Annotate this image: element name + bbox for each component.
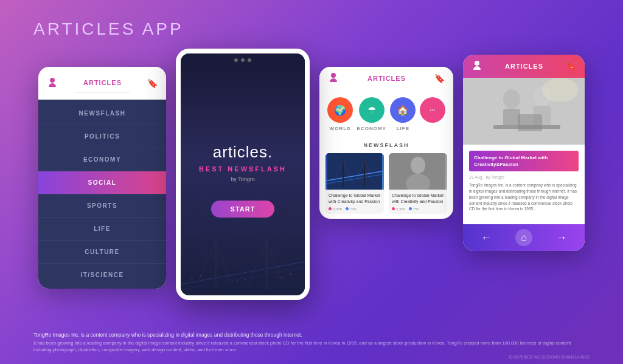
svg-point-13 (245, 279, 246, 280)
phone2-by-label: by Tongro (199, 176, 287, 182)
phone4-user-icon (472, 61, 482, 72)
news-cards-row: Challenge to Global Market with Creativi… (325, 153, 447, 214)
nav-item-life[interactable]: LIFE (38, 218, 166, 241)
phone3-categories: ARTICLES 🔖 🌍 WORLD ☂ ECONOMY 🏠 LIFE ··· … (319, 67, 453, 219)
footer-line2: It has been growing into a leading compa… (33, 340, 590, 353)
phone2-best-label: BEST NEWSFLASH (199, 165, 287, 173)
phone4-article-content: Challenge to Global Market with Creativi… (463, 145, 585, 224)
svg-point-27 (503, 89, 520, 109)
news-card-2-stats: 2,358 750 (392, 207, 444, 211)
back-button[interactable]: ← (481, 232, 492, 244)
bookmark-icon: 🔖 (147, 78, 158, 88)
svg-rect-3 (265, 239, 268, 289)
likes-dot-2 (409, 207, 412, 210)
views-stat-2: 2,358 (392, 207, 405, 211)
likes-count-1: 750 (350, 207, 356, 211)
news-card-1-image (325, 153, 384, 190)
likes-count-2: 750 (413, 207, 419, 211)
nav-item-sports[interactable]: SPORTS (38, 194, 166, 218)
svg-point-33 (542, 78, 579, 102)
dot3 (248, 58, 251, 62)
likes-dot-1 (346, 207, 349, 210)
phone3-title: ARTICLES (367, 75, 406, 82)
watermark: ID:26785037 NO:202004072006421400B2 (509, 355, 590, 359)
likes-stat-1: 750 (346, 207, 356, 211)
category-economy[interactable]: ☂ ECONOMY (357, 97, 386, 131)
phone3-category-row: 🌍 WORLD ☂ ECONOMY 🏠 LIFE ··· (319, 90, 453, 137)
svg-line-5 (215, 242, 231, 284)
phone4-user-body (473, 66, 481, 70)
svg-point-9 (200, 275, 201, 276)
news-card-2[interactable]: Challenge to Global Market with Creativi… (389, 153, 447, 214)
phone2-text-block: articles. BEST NEWSFLASH by Tongro START (199, 143, 287, 218)
phone4-title: ARTICLES (505, 63, 543, 70)
svg-line-6 (248, 242, 266, 284)
economy-label: ECONOMY (357, 126, 386, 131)
svg-point-8 (192, 278, 193, 279)
phone2-content: articles. BEST NEWSFLASH by Tongro START (181, 64, 305, 295)
likes-stat-2: 750 (409, 207, 419, 211)
app-title: ARTICLES APP (33, 19, 184, 39)
phone1-navigation: ARTICLES 🔖 NEWSFLASH POLITICS ECONOMY SO… (38, 67, 166, 289)
svg-line-4 (198, 242, 216, 284)
news-card-2-image (389, 153, 447, 190)
phones-container: ARTICLES 🔖 NEWSFLASH POLITICS ECONOMY SO… (27, 49, 596, 300)
svg-point-12 (237, 281, 238, 282)
nav-item-newsflash[interactable]: NEWSFLASH (38, 102, 166, 125)
world-label: WORLD (330, 126, 351, 131)
dot2 (241, 58, 245, 62)
svg-rect-14 (327, 153, 382, 190)
phone3-user-head (331, 73, 336, 78)
nav-item-politics[interactable]: POLITICS (38, 125, 166, 148)
phone4-description: TongRo Images Inc. is a content company … (469, 182, 579, 212)
footer-line1: TongRo Images Inc. is a content company … (33, 332, 590, 338)
phone4-meta: 21 Aug · by Tongro (469, 175, 579, 179)
news-card-2-text: Challenge to Global Market with Creativi… (392, 193, 444, 205)
svg-rect-28 (503, 109, 520, 127)
svg-line-7 (266, 242, 282, 284)
news-card-1-text: Challenge to Global Market with Creativi… (329, 193, 381, 205)
footer: TongRo Images Inc. is a content company … (33, 332, 590, 353)
nav-item-economy[interactable]: ECONOMY (38, 148, 166, 171)
phone4-user-head (475, 61, 479, 66)
home-button[interactable]: ⌂ (515, 229, 532, 246)
nav-item-itscience[interactable]: IT/SCIENCE (38, 264, 166, 286)
news-card-2-body: Challenge to Global Market with Creativi… (389, 190, 447, 214)
phone3-user-body (330, 78, 337, 82)
phone1-nav-list: NEWSFLASH POLITICS ECONOMY SOCIAL SPORTS… (38, 100, 166, 289)
phone4-detail: ARTICLES 🔖 Challenge to Global Market wi… (463, 55, 585, 251)
category-more[interactable]: ··· (420, 97, 445, 131)
svg-rect-2 (215, 239, 217, 289)
news-card-1[interactable]: Challenge to Global Market with Creativi… (325, 153, 384, 214)
world-circle: 🌍 (327, 97, 353, 123)
svg-rect-32 (518, 114, 542, 131)
user-icon (47, 78, 58, 89)
bridge-card-image (325, 153, 384, 190)
phone3-user-icon (328, 73, 339, 84)
category-life[interactable]: 🏠 LIFE (390, 97, 416, 131)
phone3-bookmark-icon: 🔖 (434, 74, 445, 83)
news-card-1-stats: 2,358 750 (329, 207, 381, 211)
phone4-header: ARTICLES 🔖 (463, 55, 585, 78)
forward-button[interactable]: → (556, 232, 567, 244)
user-body-shape (49, 83, 56, 87)
category-world[interactable]: 🌍 WORLD (327, 97, 353, 131)
bridge-illustration (181, 228, 305, 295)
svg-rect-17 (343, 159, 344, 187)
nav-item-culture[interactable]: CULTURE (38, 241, 166, 264)
svg-line-0 (181, 261, 305, 284)
more-circle: ··· (420, 97, 445, 123)
views-dot-2 (392, 207, 395, 210)
phone2-dots (234, 58, 251, 62)
dot1 (234, 58, 238, 62)
svg-point-11 (290, 273, 291, 275)
views-dot-1 (329, 207, 332, 210)
phone4-headline-box: Challenge to Global Market with Creativi… (469, 151, 579, 171)
phone1-header: ARTICLES 🔖 (38, 67, 166, 100)
article-image-illustration (463, 78, 585, 145)
nav-item-social[interactable]: SOCIAL (38, 171, 166, 194)
phone1-title: ARTICLES (75, 73, 130, 93)
life-circle: 🏠 (390, 97, 416, 123)
start-button[interactable]: START (211, 201, 275, 218)
economy-circle: ☂ (359, 97, 385, 123)
